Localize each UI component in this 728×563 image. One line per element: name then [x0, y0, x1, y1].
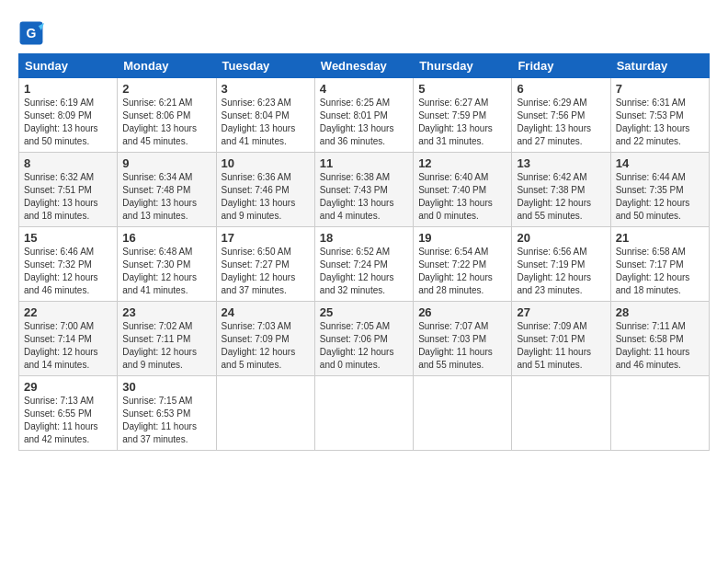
calendar-cell: 21 Sunrise: 6:58 AMSunset: 7:17 PMDaylig…: [610, 227, 709, 302]
day-info: Sunrise: 7:15 AMSunset: 6:53 PMDaylight:…: [122, 396, 197, 444]
day-number: 20: [517, 231, 605, 245]
day-info: Sunrise: 7:13 AMSunset: 6:55 PMDaylight:…: [24, 396, 98, 444]
weekday-header-thursday: Thursday: [414, 54, 512, 78]
day-info: Sunrise: 7:07 AMSunset: 7:03 PMDaylight:…: [418, 321, 493, 370]
calendar-cell: 20 Sunrise: 6:56 AMSunset: 7:19 PMDaylig…: [512, 227, 610, 302]
day-number: 14: [616, 156, 704, 170]
day-info: Sunrise: 6:32 AMSunset: 7:51 PMDaylight:…: [24, 172, 98, 221]
day-number: 21: [616, 231, 704, 245]
day-info: Sunrise: 7:02 AMSunset: 7:11 PMDaylight:…: [122, 321, 197, 370]
calendar-cell: [512, 376, 610, 451]
weekday-header-friday: Friday: [512, 54, 610, 78]
calendar-cell: 10 Sunrise: 6:36 AMSunset: 7:46 PMDaylig…: [216, 153, 314, 227]
calendar-cell: 23 Sunrise: 7:02 AMSunset: 7:11 PMDaylig…: [118, 302, 216, 376]
day-number: 17: [222, 231, 310, 245]
calendar-cell: [610, 376, 709, 451]
calendar-week-4: 22 Sunrise: 7:00 AMSunset: 7:14 PMDaylig…: [19, 302, 710, 376]
day-info: Sunrise: 7:11 AMSunset: 6:58 PMDaylight:…: [616, 321, 690, 370]
day-number: 29: [24, 380, 112, 394]
calendar-cell: 19 Sunrise: 6:54 AMSunset: 7:22 PMDaylig…: [414, 227, 512, 302]
day-number: 15: [24, 231, 112, 245]
day-number: 16: [122, 231, 210, 245]
day-number: 19: [418, 231, 506, 245]
day-number: 30: [122, 380, 210, 394]
calendar-cell: 29 Sunrise: 7:13 AMSunset: 6:55 PMDaylig…: [19, 376, 118, 451]
weekday-header-sunday: Sunday: [19, 54, 118, 78]
calendar-cell: 7 Sunrise: 6:31 AMSunset: 7:53 PMDayligh…: [610, 78, 709, 153]
day-info: Sunrise: 6:25 AMSunset: 8:01 PMDaylight:…: [320, 98, 394, 146]
day-number: 11: [320, 156, 408, 170]
day-number: 13: [517, 156, 605, 170]
day-number: 5: [418, 82, 506, 96]
calendar-cell: 1 Sunrise: 6:19 AMSunset: 8:09 PMDayligh…: [19, 78, 118, 153]
logo: G: [18, 20, 46, 46]
day-number: 22: [24, 305, 112, 319]
weekday-header-tuesday: Tuesday: [216, 54, 314, 78]
day-number: 28: [616, 305, 704, 319]
day-number: 18: [320, 231, 408, 245]
day-info: Sunrise: 7:03 AMSunset: 7:09 PMDaylight:…: [222, 321, 296, 370]
day-number: 26: [418, 305, 506, 319]
day-number: 10: [222, 156, 310, 170]
day-info: Sunrise: 7:09 AMSunset: 7:01 PMDaylight:…: [517, 321, 591, 370]
day-number: 24: [222, 305, 310, 319]
day-number: 12: [418, 156, 506, 170]
calendar-cell: 2 Sunrise: 6:21 AMSunset: 8:06 PMDayligh…: [118, 78, 216, 153]
day-number: 8: [24, 156, 112, 170]
day-info: Sunrise: 6:50 AMSunset: 7:27 PMDaylight:…: [222, 247, 296, 295]
calendar-cell: [216, 376, 314, 451]
day-info: Sunrise: 6:42 AMSunset: 7:38 PMDaylight:…: [517, 172, 591, 221]
day-info: Sunrise: 6:58 AMSunset: 7:17 PMDaylight:…: [616, 247, 690, 295]
calendar-header-row: SundayMondayTuesdayWednesdayThursdayFrid…: [19, 54, 710, 78]
svg-text:G: G: [27, 26, 37, 40]
day-info: Sunrise: 6:54 AMSunset: 7:22 PMDaylight:…: [418, 247, 493, 295]
header: G: [18, 17, 710, 46]
calendar-week-5: 29 Sunrise: 7:13 AMSunset: 6:55 PMDaylig…: [19, 376, 710, 451]
page: G SundayMondayTuesdayWednesdayThursdayFr…: [0, 0, 728, 460]
calendar-cell: 26 Sunrise: 7:07 AMSunset: 7:03 PMDaylig…: [414, 302, 512, 376]
calendar-week-3: 15 Sunrise: 6:46 AMSunset: 7:32 PMDaylig…: [19, 227, 710, 302]
calendar-cell: 9 Sunrise: 6:34 AMSunset: 7:48 PMDayligh…: [118, 153, 216, 227]
day-number: 27: [517, 305, 605, 319]
calendar-week-2: 8 Sunrise: 6:32 AMSunset: 7:51 PMDayligh…: [19, 153, 710, 227]
day-info: Sunrise: 7:05 AMSunset: 7:06 PMDaylight:…: [320, 321, 394, 370]
calendar-cell: [414, 376, 512, 451]
day-info: Sunrise: 6:23 AMSunset: 8:04 PMDaylight:…: [222, 98, 296, 146]
calendar-cell: [314, 376, 413, 451]
day-info: Sunrise: 6:21 AMSunset: 8:06 PMDaylight:…: [122, 98, 197, 146]
weekday-header-saturday: Saturday: [610, 54, 709, 78]
calendar-cell: 22 Sunrise: 7:00 AMSunset: 7:14 PMDaylig…: [19, 302, 118, 376]
calendar-cell: 8 Sunrise: 6:32 AMSunset: 7:51 PMDayligh…: [19, 153, 118, 227]
calendar-cell: 13 Sunrise: 6:42 AMSunset: 7:38 PMDaylig…: [512, 153, 610, 227]
day-number: 3: [222, 82, 310, 96]
day-info: Sunrise: 6:29 AMSunset: 7:56 PMDaylight:…: [517, 98, 591, 146]
day-number: 6: [517, 82, 605, 96]
calendar-cell: 17 Sunrise: 6:50 AMSunset: 7:27 PMDaylig…: [216, 227, 314, 302]
weekday-header-wednesday: Wednesday: [314, 54, 413, 78]
calendar-cell: 6 Sunrise: 6:29 AMSunset: 7:56 PMDayligh…: [512, 78, 610, 153]
day-info: Sunrise: 6:36 AMSunset: 7:46 PMDaylight:…: [222, 172, 296, 221]
day-info: Sunrise: 6:34 AMSunset: 7:48 PMDaylight:…: [122, 172, 197, 221]
day-info: Sunrise: 6:19 AMSunset: 8:09 PMDaylight:…: [24, 98, 98, 146]
calendar-cell: 25 Sunrise: 7:05 AMSunset: 7:06 PMDaylig…: [314, 302, 413, 376]
calendar-cell: 11 Sunrise: 6:38 AMSunset: 7:43 PMDaylig…: [314, 153, 413, 227]
day-info: Sunrise: 6:40 AMSunset: 7:40 PMDaylight:…: [418, 172, 493, 221]
day-info: Sunrise: 6:52 AMSunset: 7:24 PMDaylight:…: [320, 247, 394, 295]
day-number: 4: [320, 82, 408, 96]
day-info: Sunrise: 6:38 AMSunset: 7:43 PMDaylight:…: [320, 172, 394, 221]
day-number: 9: [122, 156, 210, 170]
calendar-cell: 30 Sunrise: 7:15 AMSunset: 6:53 PMDaylig…: [118, 376, 216, 451]
calendar-cell: 28 Sunrise: 7:11 AMSunset: 6:58 PMDaylig…: [610, 302, 709, 376]
day-info: Sunrise: 6:48 AMSunset: 7:30 PMDaylight:…: [122, 247, 197, 295]
calendar-cell: 24 Sunrise: 7:03 AMSunset: 7:09 PMDaylig…: [216, 302, 314, 376]
day-info: Sunrise: 7:00 AMSunset: 7:14 PMDaylight:…: [24, 321, 98, 370]
day-number: 1: [24, 82, 112, 96]
day-number: 2: [122, 82, 210, 96]
day-info: Sunrise: 6:27 AMSunset: 7:59 PMDaylight:…: [418, 98, 493, 146]
calendar-cell: 27 Sunrise: 7:09 AMSunset: 7:01 PMDaylig…: [512, 302, 610, 376]
day-info: Sunrise: 6:56 AMSunset: 7:19 PMDaylight:…: [517, 247, 591, 295]
calendar-cell: 15 Sunrise: 6:46 AMSunset: 7:32 PMDaylig…: [19, 227, 118, 302]
logo-icon: G: [18, 20, 44, 46]
day-number: 7: [616, 82, 704, 96]
calendar-table: SundayMondayTuesdayWednesdayThursdayFrid…: [18, 53, 710, 451]
